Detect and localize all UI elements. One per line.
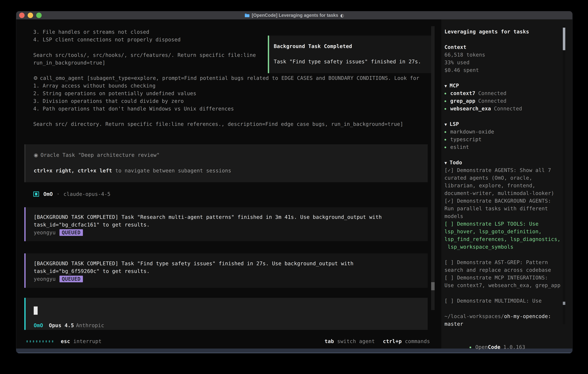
mcp-item: grep_appConnected xyxy=(444,97,572,105)
tool-call-text: call_omo_agent [subagent_type=explore, p… xyxy=(40,75,419,81)
todo-item: [✓] Demonstrate AGENTS: Show all 7 curat… xyxy=(444,166,572,197)
todo-item: [ ] Demonstrate AST-GREP: Pattern search… xyxy=(444,259,572,274)
main-scrollbar-thumb[interactable] xyxy=(431,282,435,290)
status-right: tab switch agent ctrl+p commands xyxy=(325,338,430,345)
text-cursor xyxy=(34,306,38,315)
status-left: esc interrupt xyxy=(26,338,102,345)
context-spent: $0.46 spent xyxy=(444,66,572,74)
blank-line xyxy=(33,113,419,120)
todo-line: [ ] Demonstrate AST-GREP: Pattern xyxy=(444,259,572,266)
titlebar: [OpenCode] Leveraging agents for tasks ◐ xyxy=(16,11,572,19)
todo-item: [ ] Demonstrate MCP INTEGRATIONS: Use co… xyxy=(444,274,572,289)
todo-line: [ ] Demonstrate MCP INTEGRATIONS: xyxy=(444,274,572,281)
prompt-input[interactable]: OmO Opus 4.5 Anthropic xyxy=(24,298,428,330)
lsp-item: eslint xyxy=(444,143,572,151)
lsp-section-header[interactable]: ▼LSP xyxy=(444,120,572,128)
lsp-item: typescript xyxy=(444,136,572,143)
main-scrollbar[interactable] xyxy=(431,26,435,310)
tab-key-hint: tab xyxy=(325,338,334,345)
log-lines: 3. File handles or streams not closed 4.… xyxy=(33,28,181,43)
todo-line: [✓] Demonstrate BACKGROUND AGENTS: xyxy=(444,197,572,205)
agent-omo-icon xyxy=(33,191,39,197)
session-sidebar[interactable]: Leveraging agents for tasks Context 66,5… xyxy=(441,19,572,349)
status-dot-icon xyxy=(444,139,446,141)
status-dot-icon xyxy=(444,93,446,94)
toast-notification: Background Task Completed Task "Find typ… xyxy=(268,36,433,73)
context-tokens: 66,518 tokens xyxy=(444,51,572,59)
esc-key-label: interrupt xyxy=(73,338,102,345)
oracle-task-card[interactable]: ◉Oracle Task "Deep architecture review" … xyxy=(24,144,428,182)
ctrlp-key-label: commands xyxy=(405,338,430,345)
todo-line: lsp_find_references, lsp_diagnostics, xyxy=(444,235,572,243)
agent-session-header: OmO · claude-opus-4-5 xyxy=(33,190,111,198)
mcp-item: context7Connected xyxy=(444,90,572,97)
context-used: 33% used xyxy=(444,59,572,66)
status-dot-icon xyxy=(444,100,446,102)
session-busy-icon: ◐ xyxy=(340,13,344,18)
workspace-path-line: ~/local-workspaces/oh-my-opencode: xyxy=(444,312,572,320)
status-dot-icon xyxy=(444,146,446,148)
queued-badge: QUEUED xyxy=(60,276,83,282)
mcp-section-header[interactable]: ▼MCP xyxy=(444,82,572,90)
todo-line: librarian, explore, frontend, xyxy=(444,182,572,189)
terminal-window: [OpenCode] Leveraging agents for tasks ◐… xyxy=(16,11,572,353)
todo-line: curated agents (OmO, oracle, xyxy=(444,174,572,182)
input-model-row: OmO Opus 4.5 Anthropic xyxy=(34,322,104,329)
chevron-down-icon: ▼ xyxy=(444,122,447,127)
todo-line: lsp_hover, lsp_goto_definition, xyxy=(444,228,572,235)
log-line: Search src/tools/, src/hooks/, src/featu… xyxy=(33,51,256,59)
separator-dot: · xyxy=(57,191,60,197)
todo-line: Run parallel tasks with different xyxy=(444,205,572,212)
gear-icon: ⚙ xyxy=(33,75,38,81)
ctrlp-key-hint: ctrl+p xyxy=(383,338,402,345)
log-lines: Search src/tools/, src/hooks/, src/featu… xyxy=(33,51,256,67)
sidebar-scrollbar-thumb[interactable] xyxy=(563,28,565,50)
todo-item: [ ] Demonstrate MULTIMODAL: Use xyxy=(444,297,572,305)
tool-call-block: ⚙call_omo_agent [subagent_type=explore, … xyxy=(33,74,419,128)
input-model-provider: Anthropic xyxy=(76,322,104,329)
sidebar-scrollbar-end xyxy=(563,302,565,305)
todo-line: models xyxy=(444,212,572,220)
todo-section-header[interactable]: ▼Todo xyxy=(444,159,572,166)
status-bar: esc interrupt tab switch agent ctrl+p co… xyxy=(16,338,441,345)
sidebar-session-title: Leveraging agents for tasks xyxy=(444,28,572,36)
esc-key-hint: esc xyxy=(61,338,70,345)
background-task-message: [BACKGROUND TASK COMPLETED] Task "Find t… xyxy=(24,253,428,288)
chevron-down-icon: ▼ xyxy=(444,161,447,165)
task-user: yeongyu xyxy=(34,276,56,282)
input-agent-name: OmO xyxy=(34,322,43,329)
task-message-line: task_id="bg_dcfac161" to get results. xyxy=(34,221,428,229)
tab-key-label: switch agent xyxy=(337,338,375,345)
log-line: 4. LSP client connections not properly d… xyxy=(33,36,181,43)
tool-call-header: ⚙call_omo_agent [subagent_type=explore, … xyxy=(33,74,419,82)
status-dot-icon xyxy=(470,346,471,348)
todo-line: Use context7, websearch_exa, grep_app xyxy=(444,281,572,289)
sidebar-scrollbar[interactable] xyxy=(563,26,565,324)
window-title: [OpenCode] Leveraging agents for tasks xyxy=(252,13,338,18)
task-message-meta: yeongyu QUEUED xyxy=(34,229,428,236)
window-title-group: [OpenCode] Leveraging agents for tasks ◐ xyxy=(16,13,572,18)
status-dot-icon xyxy=(444,108,446,110)
log-line: 3. File handles or streams not closed xyxy=(33,28,181,36)
hint-text: to navigate between subagent sessions xyxy=(112,168,231,174)
workspace-path: ~/local-workspaces/oh-my-opencode: maste… xyxy=(444,312,572,328)
oracle-task-title: Oracle Task "Deep architecture review" xyxy=(41,152,160,158)
queued-badge: QUEUED xyxy=(60,229,83,236)
workspace-branch: master xyxy=(444,320,572,328)
lsp-item: markdown-oxide xyxy=(444,128,572,136)
folder-icon xyxy=(244,13,250,18)
todo-line: document-writer, multimodal-looker) xyxy=(444,189,572,197)
hint-keys: ctrl+x right, ctrl+x left xyxy=(34,168,112,174)
agent-name: OmO xyxy=(43,191,53,197)
task-message-meta: yeongyu QUEUED xyxy=(34,275,428,283)
background-task-message: [BACKGROUND TASK COMPLETED] Task "Resear… xyxy=(24,207,428,241)
conversation-pane[interactable]: 3. File handles or streams not closed 4.… xyxy=(16,19,441,349)
toast-title: Background Task Completed xyxy=(274,42,432,50)
chevron-down-icon: ▼ xyxy=(444,83,447,88)
log-line: run_in_background=true] xyxy=(33,59,256,67)
tool-call-item: 3. Division operations that could divide… xyxy=(33,97,419,105)
context-heading: Context xyxy=(444,43,572,51)
tool-call-footer: Search src/ directory. Return specific f… xyxy=(33,120,419,128)
todo-line: [✓] Demonstrate AGENTS: Show all 7 xyxy=(444,166,572,174)
agent-model: claude-opus-4-5 xyxy=(63,191,111,197)
